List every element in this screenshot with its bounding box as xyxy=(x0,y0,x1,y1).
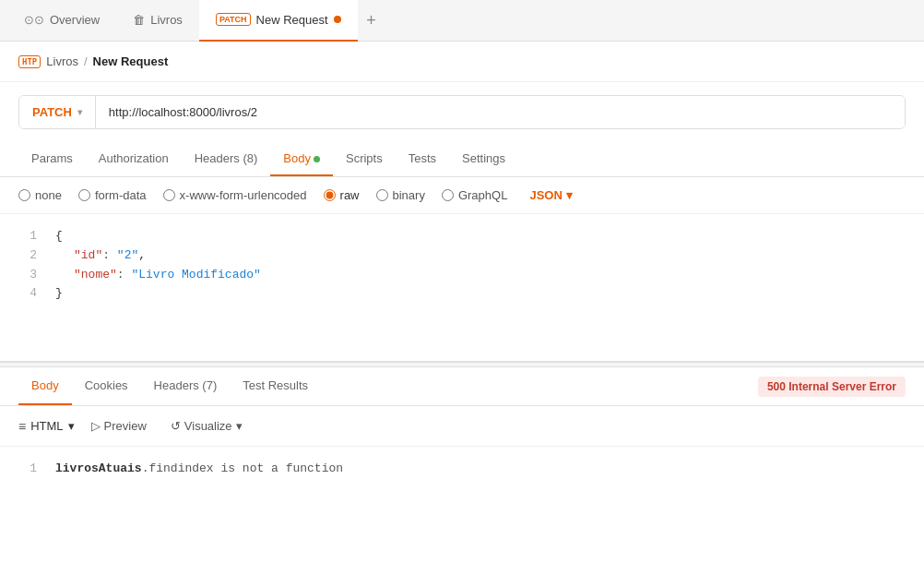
resp-tab-headers-label: Headers (7) xyxy=(154,378,218,392)
response-tabs: Body Cookies Headers (7) Test Results 50… xyxy=(0,367,924,406)
tab-params-label: Params xyxy=(31,151,73,165)
format-label: HTML xyxy=(30,419,63,433)
resp-tab-cookies[interactable]: Cookies xyxy=(72,367,141,405)
visualize-label: Visualize xyxy=(184,419,232,433)
json-selector-label: JSON xyxy=(529,188,562,202)
preview-label: Preview xyxy=(104,419,147,433)
tab-settings-label: Settings xyxy=(462,151,505,165)
http-icon-badge: HTP xyxy=(18,55,41,68)
json-chevron-icon: ▾ xyxy=(566,188,573,202)
code-content-4: } xyxy=(55,284,63,304)
visualize-button[interactable]: ↺ Visualize ▾ xyxy=(163,415,250,437)
tab-livros-label: Livros xyxy=(150,13,183,27)
method-label: PATCH xyxy=(32,105,72,119)
patch-badge: PATCH xyxy=(216,13,251,26)
resp-line-num-1: 1 xyxy=(18,460,37,479)
unsaved-dot xyxy=(334,16,341,23)
radio-form-data[interactable] xyxy=(78,189,90,201)
resp-tab-cookies-label: Cookies xyxy=(85,378,128,392)
code-content-2: "id": "2", xyxy=(55,246,146,266)
body-type-urlencoded[interactable]: x-www-form-urlencoded xyxy=(163,188,307,202)
tab-overview[interactable]: ⊙⊙ Overview xyxy=(7,0,116,42)
body-type-form-data[interactable]: form-data xyxy=(78,188,147,202)
format-selector[interactable]: ≡ HTML ▾ xyxy=(18,419,75,434)
tab-headers[interactable]: Headers (8) xyxy=(182,142,271,176)
refresh-icon: ↺ xyxy=(171,419,181,433)
code-content-3: "nome": "Livro Modificado" xyxy=(55,266,261,285)
body-type-graphql[interactable]: GraphQL xyxy=(442,188,507,202)
tab-body-label: Body xyxy=(283,151,311,165)
line-num-3: 3 xyxy=(18,266,37,285)
body-type-form-data-label: form-data xyxy=(95,188,147,202)
body-type-graphql-label: GraphQL xyxy=(458,188,507,202)
tab-tests-label: Tests xyxy=(409,151,436,165)
radio-raw[interactable] xyxy=(324,189,336,201)
resp-content-1: livrosAtuais.findindex is not a function xyxy=(55,460,343,479)
tab-new-request[interactable]: PATCH New Request xyxy=(199,0,358,42)
body-type-raw[interactable]: raw xyxy=(324,188,360,202)
tab-authorization[interactable]: Authorization xyxy=(86,142,182,176)
tab-overview-label: Overview xyxy=(50,13,100,27)
code-line-4: 4 } xyxy=(18,284,906,304)
tab-tests[interactable]: Tests xyxy=(396,142,449,176)
body-type-urlencoded-label: x-www-form-urlencoded xyxy=(180,188,307,202)
response-status: 500 Internal Server Error xyxy=(758,377,906,397)
body-type-raw-label: raw xyxy=(340,188,360,202)
request-body-editor[interactable]: 1 { 2 "id": "2", 3 "nome": "Livro Modifi… xyxy=(0,214,924,362)
resp-tab-body[interactable]: Body xyxy=(18,367,72,405)
breadcrumb-separator: / xyxy=(84,54,88,68)
method-chevron-icon: ▾ xyxy=(77,107,82,117)
radio-binary[interactable] xyxy=(376,189,388,201)
radio-none[interactable] xyxy=(18,189,30,201)
tab-authorization-label: Authorization xyxy=(99,151,169,165)
code-line-3: 3 "nome": "Livro Modificado" xyxy=(18,266,906,285)
breadcrumb-current: New Request xyxy=(93,54,169,68)
resp-tab-test-results-label: Test Results xyxy=(243,378,308,392)
body-type-selectors: none form-data x-www-form-urlencoded raw… xyxy=(0,177,924,214)
code-line-1: 1 { xyxy=(18,227,906,246)
tab-scripts-label: Scripts xyxy=(346,151,383,165)
url-bar: PATCH ▾ xyxy=(18,95,906,129)
json-format-selector[interactable]: JSON ▾ xyxy=(529,188,572,202)
radio-graphql[interactable] xyxy=(442,189,454,201)
overview-icon: ⊙⊙ xyxy=(24,13,44,27)
add-tab-button[interactable]: + xyxy=(358,6,385,34)
preview-button[interactable]: ▷ Preview xyxy=(84,415,154,437)
code-line-2: 2 "id": "2", xyxy=(18,246,906,266)
body-dot xyxy=(314,156,320,162)
line-num-4: 4 xyxy=(18,284,37,304)
body-type-binary-label: binary xyxy=(393,188,425,202)
body-type-none-label: none xyxy=(35,188,62,202)
tab-bar: ⊙⊙ Overview 🗑 Livros PATCH New Request + xyxy=(0,0,924,42)
tab-body[interactable]: Body xyxy=(270,142,333,176)
lines-icon: ≡ xyxy=(18,419,26,434)
url-input[interactable] xyxy=(96,96,905,128)
body-type-binary[interactable]: binary xyxy=(376,188,425,202)
line-num-1: 1 xyxy=(18,227,37,246)
trash-icon: 🗑 xyxy=(133,13,145,27)
tab-params[interactable]: Params xyxy=(18,142,86,176)
response-toolbar: ≡ HTML ▾ ▷ Preview ↺ Visualize ▾ xyxy=(0,406,924,447)
response-body: 1 livrosAtuais.findindex is not a functi… xyxy=(0,447,924,492)
request-tabs: Params Authorization Headers (8) Body Sc… xyxy=(0,142,924,177)
tab-headers-label: Headers (8) xyxy=(195,151,258,165)
response-section: Body Cookies Headers (7) Test Results 50… xyxy=(0,367,924,492)
breadcrumb: HTP Livros / New Request xyxy=(0,42,924,82)
format-chevron-icon: ▾ xyxy=(68,419,75,433)
breadcrumb-parent[interactable]: Livros xyxy=(46,54,78,68)
code-content-1: { xyxy=(55,227,63,246)
tab-livros[interactable]: 🗑 Livros xyxy=(116,0,199,42)
resp-tab-headers[interactable]: Headers (7) xyxy=(141,367,231,405)
body-type-none[interactable]: none xyxy=(18,188,62,202)
resp-line-1: 1 livrosAtuais.findindex is not a functi… xyxy=(18,460,906,479)
play-icon: ▷ xyxy=(91,419,101,433)
resp-tab-test-results[interactable]: Test Results xyxy=(230,367,321,405)
method-selector[interactable]: PATCH ▾ xyxy=(19,96,96,128)
tab-new-request-label: New Request xyxy=(256,13,328,27)
line-num-2: 2 xyxy=(18,246,37,266)
resp-tab-body-label: Body xyxy=(31,378,59,392)
radio-urlencoded[interactable] xyxy=(163,189,175,201)
tab-scripts[interactable]: Scripts xyxy=(333,142,396,176)
tab-settings[interactable]: Settings xyxy=(449,142,518,176)
visualize-chevron-icon: ▾ xyxy=(236,419,243,433)
